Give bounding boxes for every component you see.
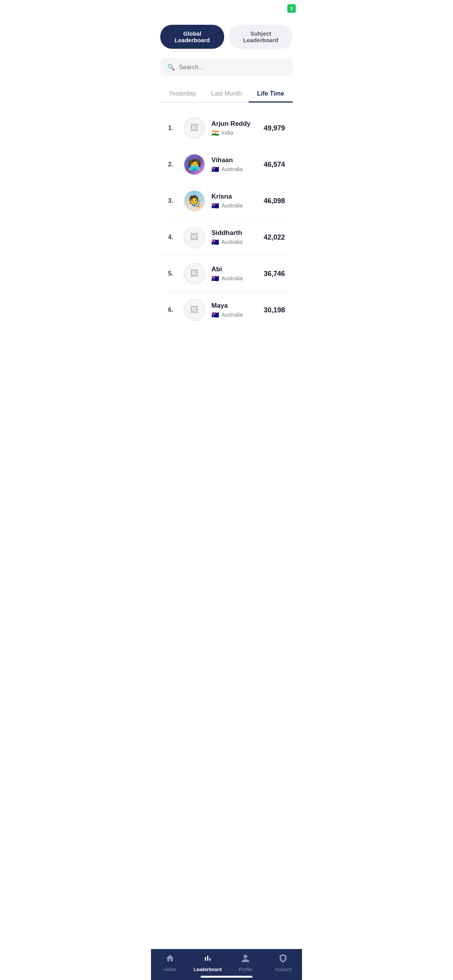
avatar-arjun: 🖼 [184,117,205,139]
score: 30,198 [264,306,285,314]
score: 42,022 [264,233,285,242]
user-country: 🇮🇳 India [211,129,257,137]
country-label: Australia [221,202,242,209]
user-info-vihaan: Vihaan 🇦🇺 Australia [211,156,257,173]
leaderboard-item[interactable]: 1. 🖼 Arjun Reddy 🇮🇳 India 49,979 [160,110,293,146]
rank-6: 6. [168,307,177,314]
rank-4: 4. [168,234,177,241]
global-leaderboard-tab[interactable]: Global Leaderboard [160,25,224,49]
leaderboard-item[interactable]: 6. 🖼 Maya 🇦🇺 Australia 30,198 [160,292,293,328]
country-label: Australia [221,312,242,318]
country-label: Australia [221,275,242,281]
tab-last-month[interactable]: Last Month [204,86,249,102]
leaderboard-item[interactable]: 4. 🖼 Siddharth 🇦🇺 Australia 42,022 [160,219,293,255]
rank-3: 3. [168,197,177,204]
user-name: Krisna [211,193,257,200]
flag-icon: 🇦🇺 [211,166,219,173]
flag-icon: 🇦🇺 [211,202,219,209]
avatar-siddharth: 🖼 [184,226,205,248]
leaderboard-type-tabs: Global Leaderboard Subject Leaderboard [160,25,293,49]
period-tabs: Yesterday Last Month Life Time [160,86,293,103]
notification-badge: 3 [287,4,296,13]
user-info-maya: Maya 🇦🇺 Australia [211,302,257,319]
avatar-vihaan: 🧑‍💻 [184,154,205,175]
leaderboard-item[interactable]: 2. 🧑‍💻 Vihaan 🇦🇺 Australia 46,574 [160,147,293,182]
leaderboard-list: 1. 🖼 Arjun Reddy 🇮🇳 India 49,979 2. 🧑‍💻 … [160,110,293,329]
avatar-krisna: 🧑‍🎨 [184,190,205,212]
country-label: Australia [221,166,242,172]
user-country: 🇦🇺 Australia [211,166,257,173]
user-name: Arjun Reddy [211,120,257,128]
search-bar: 🔍 [160,58,293,76]
user-country: 🇦🇺 Australia [211,202,257,209]
main-content: Global Leaderboard Subject Leaderboard 🔍… [151,17,302,367]
rank-2: 2. [168,161,177,168]
status-bar: 3 [151,0,302,17]
search-input[interactable] [179,64,286,71]
subject-leaderboard-tab[interactable]: Subject Leaderboard [229,25,293,49]
flag-icon: 🇮🇳 [211,129,219,137]
flag-icon: 🇦🇺 [211,238,219,246]
avatar-abi: 🖼 [184,263,205,284]
score: 46,098 [264,197,285,205]
country-label: India [221,130,233,136]
user-info-siddharth: Siddharth 🇦🇺 Australia [211,229,257,246]
user-country: 🇦🇺 Australia [211,238,257,246]
rank-5: 5. [168,270,177,277]
avatar-maya: 🖼 [184,299,205,321]
score: 49,979 [264,124,285,132]
score: 36,746 [264,270,285,278]
user-info-krisna: Krisna 🇦🇺 Australia [211,193,257,209]
search-icon: 🔍 [167,63,175,71]
user-country: 🇦🇺 Australia [211,275,257,282]
user-country: 🇦🇺 Australia [211,311,257,319]
leaderboard-item[interactable]: 3. 🧑‍🎨 Krisna 🇦🇺 Australia 46,098 [160,183,293,219]
tab-life-time[interactable]: Life Time [249,86,293,102]
user-name: Maya [211,302,257,310]
leaderboard-item[interactable]: 5. 🖼 Abi 🇦🇺 Australia 36,746 [160,256,293,291]
flag-icon: 🇦🇺 [211,275,219,282]
user-name: Abi [211,266,257,273]
user-info-abi: Abi 🇦🇺 Australia [211,266,257,282]
rank-1: 1. [168,125,177,132]
user-name: Siddharth [211,229,257,237]
score: 46,574 [264,161,285,169]
country-label: Australia [221,239,242,245]
flag-icon: 🇦🇺 [211,311,219,319]
user-name: Vihaan [211,156,257,164]
user-info-arjun: Arjun Reddy 🇮🇳 India [211,120,257,137]
tab-yesterday[interactable]: Yesterday [160,86,204,102]
